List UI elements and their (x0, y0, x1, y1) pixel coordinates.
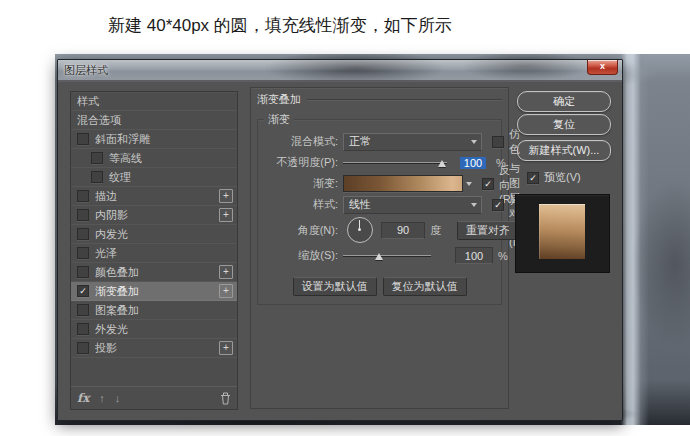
style-select[interactable]: 线性 (343, 196, 482, 214)
scale-unit: % (498, 250, 508, 262)
defaults-row: 设置为默认值 复位为默认值 (260, 277, 499, 296)
scale-label: 缩放(S): (260, 248, 343, 263)
set-default-button[interactable]: 设置为默认值 (293, 277, 377, 296)
preview-checkbox[interactable]: ✓ (527, 172, 539, 184)
opacity-slider[interactable] (343, 156, 447, 170)
sidebar-style-item[interactable]: 外发光 (71, 320, 237, 339)
gradient-preview-swatch (539, 204, 585, 259)
dither-checkbox[interactable] (492, 136, 504, 148)
scale-value: 100 (465, 250, 483, 262)
angle-dial[interactable] (347, 217, 373, 243)
plus-icon[interactable]: + (219, 341, 233, 355)
scale-field[interactable]: 100 (455, 247, 493, 264)
style-effect-checkbox[interactable] (77, 266, 89, 278)
reset-alignment-button[interactable]: 重置对齐 (457, 221, 519, 240)
sidebar-style-item[interactable]: 颜色叠加 + (71, 263, 237, 282)
dither-checkbox-row[interactable]: 仿色 (492, 127, 520, 157)
angle-unit: 度 (430, 223, 441, 238)
style-effect-label: 投影 (95, 341, 219, 356)
sidebar-item-blending-options[interactable]: 混合选项 (71, 111, 237, 130)
opacity-slider-track (343, 162, 447, 163)
blend-mode-row: 混合模式: 正常 仿色 (260, 132, 499, 151)
scale-slider-thumb[interactable] (375, 253, 383, 260)
move-down-icon[interactable]: ↓ (115, 392, 121, 404)
style-effect-label: 图案叠加 (95, 303, 219, 318)
gradient-overlay-panel: 渐变叠加 渐变 混合模式: 正常 仿色 不透明度( (250, 87, 509, 409)
sidebar-style-item[interactable]: 描边 + (71, 187, 237, 206)
panel-title: 渐变叠加 (257, 92, 301, 107)
sidebar-style-item[interactable]: 内阴影 + (71, 206, 237, 225)
style-effect-label: 内发光 (95, 227, 219, 242)
style-effect-checkbox[interactable] (91, 171, 103, 183)
sidebar-style-item[interactable]: 光泽 (71, 244, 237, 263)
style-effect-checkbox[interactable]: ✓ (77, 285, 89, 297)
opacity-row: 不透明度(P): 100 % (260, 153, 499, 172)
reset-default-button[interactable]: 复位为默认值 (383, 277, 467, 296)
style-preview-box (515, 194, 610, 273)
gradient-row: 渐变: ✓ 反向(R) (260, 174, 499, 193)
style-effect-checkbox[interactable] (77, 247, 89, 259)
scale-row: 缩放(S): 100 % (260, 246, 499, 265)
sidebar-style-item[interactable]: 纹理 (71, 168, 237, 187)
action-column: 确定 复位 新建样式(W)... ✓ 预览(V) (517, 81, 611, 420)
angle-value: 90 (397, 224, 409, 236)
style-effect-checkbox[interactable] (77, 342, 89, 354)
angle-field[interactable]: 90 (381, 222, 425, 239)
style-effect-checkbox[interactable] (77, 209, 89, 221)
header-divider (307, 99, 502, 100)
style-effect-label: 内阴影 (95, 208, 219, 223)
sidebar-item-label: 混合选项 (77, 113, 233, 128)
sidebar-style-item[interactable]: 斜面和浮雕 (71, 130, 237, 149)
align-checkbox[interactable]: ✓ (492, 199, 504, 211)
style-effect-label: 外发光 (95, 322, 219, 337)
ok-button[interactable]: 确定 (517, 91, 611, 112)
plus-icon[interactable]: + (219, 284, 233, 298)
styles-sidebar: 样式 混合选项 斜面和浮雕 等高线 纹理 描边 + 内阴影 + 内发光 (70, 91, 238, 410)
style-label: 样式: (260, 197, 343, 212)
new-style-button[interactable]: 新建样式(W)... (517, 140, 611, 161)
fx-icon[interactable]: fx (77, 391, 89, 405)
angle-label: 角度(N): (260, 223, 343, 238)
scale-slider[interactable] (343, 249, 431, 263)
chevron-down-icon (471, 203, 477, 207)
style-effect-checkbox[interactable] (77, 304, 89, 316)
style-value: 线性 (349, 197, 371, 212)
move-up-icon[interactable]: ↑ (99, 392, 105, 404)
style-effect-label: 纹理 (109, 170, 219, 185)
style-effect-checkbox[interactable] (77, 190, 89, 202)
opacity-slider-thumb[interactable] (438, 160, 446, 167)
close-button[interactable]: x (587, 60, 618, 75)
plus-icon[interactable]: + (219, 265, 233, 279)
scale-slider-track (343, 255, 431, 256)
plus-icon[interactable]: + (219, 208, 233, 222)
sidebar-style-item[interactable]: 投影 + (71, 339, 237, 358)
sidebar-style-item[interactable]: 等高线 (71, 149, 237, 168)
gradient-preview-bar[interactable] (343, 175, 463, 192)
dialog-body: 样式 混合选项 斜面和浮雕 等高线 纹理 描边 + 内阴影 + 内发光 (58, 81, 622, 420)
dialog-titlebar[interactable]: 图层样式 x (58, 60, 622, 81)
style-effect-checkbox[interactable] (77, 228, 89, 240)
plus-icon[interactable]: + (219, 189, 233, 203)
gradient-group: 渐变 混合模式: 正常 仿色 不透明度(P): (257, 119, 502, 305)
trash-icon[interactable] (220, 392, 231, 405)
gradient-group-label: 渐变 (264, 112, 294, 127)
style-effect-checkbox[interactable] (77, 323, 89, 335)
sidebar-item-styles[interactable]: 样式 (71, 92, 237, 111)
layer-style-dialog: 图层样式 x 样式 混合选项 斜面和浮雕 等高线 纹理 描边 + (57, 59, 623, 421)
gradient-label: 渐变: (260, 176, 343, 191)
style-effect-label: 颜色叠加 (95, 265, 219, 280)
preview-checkbox-row[interactable]: ✓ 预览(V) (527, 170, 581, 185)
sidebar-style-item[interactable]: 图案叠加 (71, 301, 237, 320)
sidebar-style-item[interactable]: ✓ 渐变叠加 + (71, 282, 237, 301)
page-title: 新建 40*40px 的圆，填充线性渐变，如下所示 (108, 14, 452, 37)
sidebar-style-item[interactable]: 内发光 (71, 225, 237, 244)
blend-mode-value: 正常 (349, 134, 371, 149)
blend-mode-select[interactable]: 正常 (343, 133, 482, 151)
sidebar-item-label: 样式 (77, 94, 233, 109)
reset-button[interactable]: 复位 (517, 114, 611, 135)
chevron-down-icon[interactable] (466, 182, 472, 186)
style-effect-label: 光泽 (95, 246, 219, 261)
panel-header: 渐变叠加 (251, 88, 508, 109)
style-effect-checkbox[interactable] (91, 152, 103, 164)
style-effect-checkbox[interactable] (77, 133, 89, 145)
